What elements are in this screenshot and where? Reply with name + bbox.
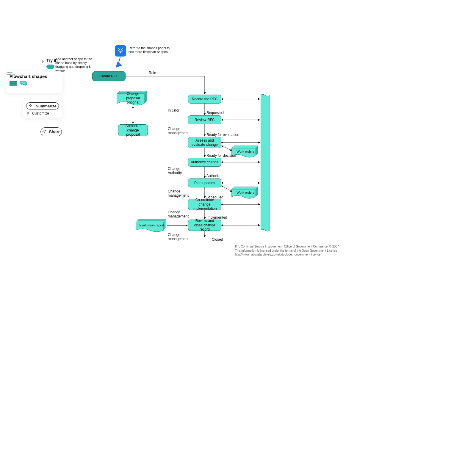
share-button[interactable]: Share xyxy=(40,127,62,136)
sparkle-icon xyxy=(29,104,33,108)
swatch-multidoc[interactable]: Multiple documents xyxy=(20,81,28,87)
node-review-rfc[interactable]: Review RFC xyxy=(188,115,221,124)
sliders-icon xyxy=(26,112,30,115)
label-ready-eval: Ready for evaluation xyxy=(206,133,239,137)
node-assess-eval[interactable]: Assess and evaluate change xyxy=(188,137,221,148)
label-implemented: Implemented xyxy=(206,215,227,220)
node-authorize-change[interactable]: Authorize change xyxy=(188,158,221,167)
label-closed: Closed xyxy=(212,237,223,242)
node-work-orders-1[interactable]: Work orders xyxy=(233,146,258,157)
cursor-icon xyxy=(41,60,45,64)
node-evaluation-report[interactable]: Evaluation report xyxy=(137,220,167,231)
node-work-orders-2[interactable]: Work orders xyxy=(233,187,258,198)
shapes-panel[interactable]: Flowchart shapes Process Multiple docume… xyxy=(6,71,62,93)
node-create-rfc[interactable]: Create RFC xyxy=(92,71,126,81)
label-initiator: Initiator xyxy=(168,108,179,112)
diagram-canvas[interactable]: Try it! Add another shape to the shape b… xyxy=(0,0,476,476)
label-cm1: Change management xyxy=(168,127,192,135)
svg-point-3 xyxy=(119,49,122,52)
tip-icon xyxy=(115,45,126,57)
label-ca: Change Authority xyxy=(168,167,189,175)
label-role: Role xyxy=(149,71,156,75)
node-change-proposal[interactable]: Change proposal (optional) xyxy=(118,91,148,105)
node-coord-impl[interactable]: Co-ordinate change implementation xyxy=(188,199,221,210)
node-plan-updates[interactable]: Plan updates xyxy=(188,178,221,187)
tryit-body: Add another shape to the shape bank by s… xyxy=(55,57,93,73)
customize-button[interactable]: Customize xyxy=(26,111,59,115)
paper-plane-icon xyxy=(42,130,46,134)
shapes-panel-title: Flowchart shapes xyxy=(10,74,59,79)
svg-point-1 xyxy=(28,113,29,114)
label-cm3: Change management xyxy=(168,210,192,219)
node-authorize-change-proposal[interactable]: Authorize change proposal xyxy=(118,124,148,136)
footer-text: ITIL Continual Service Improvement, Offi… xyxy=(235,245,360,257)
lightbulb-icon xyxy=(117,48,124,54)
svg-point-0 xyxy=(27,112,28,113)
label-authorizes: Authorizes xyxy=(206,174,223,178)
svg-point-2 xyxy=(27,114,28,115)
label-scheduled: Scheduled xyxy=(206,195,223,199)
tip-text: Refer to the shapes panel to see more fl… xyxy=(129,46,170,54)
node-record-rfc[interactable]: Record the RFC xyxy=(188,95,221,104)
label-cm4: Change management xyxy=(168,233,192,241)
label-cm2: Change management xyxy=(168,189,192,198)
summarize-button[interactable]: Summarize xyxy=(26,102,59,109)
label-ready-dec: Ready for decision xyxy=(206,154,236,158)
tryit-pill-shape[interactable] xyxy=(46,65,54,69)
node-cms-bar[interactable]: Update change and configuration informat… xyxy=(261,93,270,232)
node-review-close[interactable]: Review and close change record xyxy=(188,220,221,231)
swatch-process[interactable]: Process xyxy=(10,81,17,86)
label-requested: Requested xyxy=(206,111,224,115)
ai-actions-card: Summarize Customize xyxy=(23,100,62,118)
